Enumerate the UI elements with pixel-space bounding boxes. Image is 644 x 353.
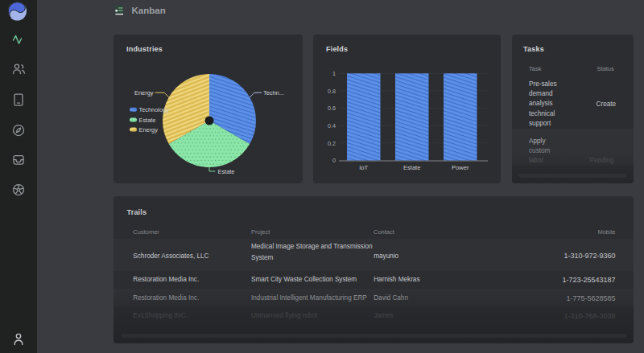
svg-text:0.2: 0.2 <box>328 140 336 147</box>
svg-text:Power: Power <box>452 164 469 171</box>
svg-text:0.8: 0.8 <box>328 88 336 95</box>
svg-text:Energy: Energy <box>134 89 154 96</box>
svg-text:0.6: 0.6 <box>328 105 336 112</box>
svg-text:0.4: 0.4 <box>328 122 336 129</box>
svg-text:Estate: Estate <box>218 168 235 175</box>
svg-text:Techn...: Techn... <box>263 89 284 96</box>
svg-text:1: 1 <box>332 70 336 77</box>
svg-text:IoT: IoT <box>359 164 368 171</box>
svg-text:Technology: Technology <box>139 106 170 113</box>
svg-text:Estate: Estate <box>139 117 156 124</box>
svg-text:0: 0 <box>332 157 336 164</box>
svg-text:Energy: Energy <box>139 126 159 133</box>
svg-text:Estate: Estate <box>403 164 421 171</box>
